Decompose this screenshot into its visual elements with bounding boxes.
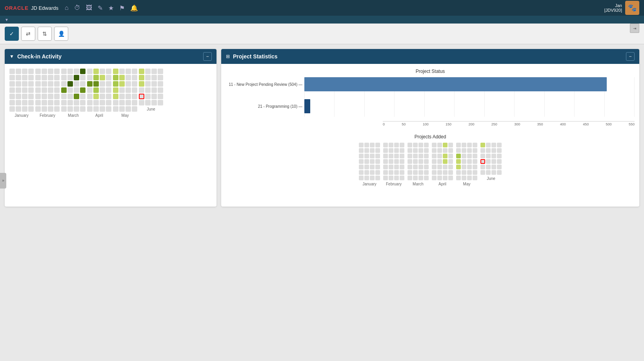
heatmap-cell bbox=[74, 75, 79, 80]
bar-row-1: 11 - New Project Pending Review (504) — bbox=[304, 77, 635, 91]
checkin-panel-title: Check-in Activity bbox=[17, 53, 200, 60]
proj-cell bbox=[491, 148, 496, 153]
may-month: May bbox=[113, 69, 137, 118]
proj-cell bbox=[418, 143, 423, 147]
heatmap-cell bbox=[74, 87, 79, 93]
transfer-button[interactable]: ⇄ bbox=[21, 27, 35, 41]
edit-icon[interactable]: ✎ bbox=[98, 4, 103, 12]
avatar[interactable]: 🐾 bbox=[625, 1, 639, 15]
proj-cell bbox=[418, 165, 423, 169]
proj-cell bbox=[486, 154, 491, 158]
collapse-button[interactable]: ⇥ bbox=[630, 24, 639, 33]
proj-jan: January bbox=[359, 143, 380, 186]
bell-icon[interactable]: 🔔 bbox=[130, 4, 138, 12]
proj-cell bbox=[480, 143, 485, 147]
heatmap-cell bbox=[100, 94, 105, 99]
image-icon[interactable]: 🖼 bbox=[86, 4, 92, 11]
mar-label: March bbox=[68, 113, 79, 118]
feb-month: February bbox=[35, 69, 60, 118]
heatmap-cell bbox=[132, 100, 137, 105]
stats-panel-body: Project Status bbox=[221, 64, 639, 207]
proj-cell bbox=[389, 165, 393, 169]
proj-cell bbox=[359, 176, 364, 180]
heatmap-cell bbox=[106, 81, 111, 87]
proj-cell bbox=[418, 148, 423, 153]
proj-cell bbox=[394, 148, 399, 153]
heatmap-cell bbox=[9, 106, 15, 112]
proj-cell bbox=[413, 170, 418, 175]
heatmap-cell bbox=[42, 100, 47, 105]
heatmap-cell bbox=[16, 106, 21, 112]
x-axis-ticks: 0 50 100 150 200 250 300 350 400 450 500… bbox=[383, 121, 635, 126]
proj-cell bbox=[497, 170, 502, 175]
project-status-title: Project Status bbox=[226, 69, 635, 74]
heatmap-cell bbox=[151, 100, 157, 105]
heatmap-cell bbox=[119, 87, 125, 93]
heatmap-cell bbox=[28, 87, 34, 93]
flag-icon[interactable]: ⚑ bbox=[119, 4, 125, 12]
heatmap-cell bbox=[132, 87, 137, 93]
side-expand-button[interactable]: » bbox=[0, 173, 6, 189]
x-tick: 0 bbox=[383, 122, 385, 126]
bar-track-2 bbox=[304, 99, 635, 113]
heatmap-cell bbox=[80, 81, 86, 87]
proj-feb: February bbox=[383, 143, 404, 186]
proj-cell bbox=[443, 176, 448, 180]
heatmap-cell bbox=[145, 69, 151, 74]
proj-cell bbox=[432, 154, 437, 158]
x-tick: 200 bbox=[468, 122, 474, 126]
proj-jun-label: June bbox=[487, 176, 495, 181]
heatmap-cell bbox=[132, 94, 137, 99]
proj-cell bbox=[437, 176, 442, 180]
jan-grid bbox=[9, 69, 34, 112]
proj-legend-cell-1 bbox=[425, 189, 429, 194]
heatmap-cell bbox=[139, 69, 144, 74]
proj-cell bbox=[437, 165, 442, 169]
check-button[interactable]: ✓ bbox=[5, 27, 19, 41]
checkin-panel-toggle[interactable]: − bbox=[203, 52, 212, 61]
proj-legend-cell-2 bbox=[431, 189, 436, 194]
proj-cell bbox=[364, 159, 369, 164]
proj-cell bbox=[408, 154, 412, 158]
heatmap-cell bbox=[54, 69, 60, 74]
heatmap-cell bbox=[113, 106, 118, 112]
stats-panel-header: ⊞ Project Statistics − bbox=[221, 49, 639, 64]
bar-chart-area: 11 - New Project Pending Review (504) — … bbox=[226, 77, 635, 121]
filter-button[interactable]: ⇅ bbox=[38, 27, 52, 41]
proj-cell bbox=[370, 159, 375, 164]
heatmap-cell bbox=[16, 87, 21, 93]
heatmap-cell bbox=[54, 87, 60, 93]
heatmap-cell bbox=[48, 100, 53, 105]
proj-cell bbox=[497, 148, 502, 153]
heatmap-cell bbox=[16, 75, 21, 80]
checkin-panel-body: January bbox=[5, 64, 216, 131]
heatmap-cell bbox=[87, 100, 93, 105]
proj-cell bbox=[443, 148, 448, 153]
sub-nav-arrow[interactable]: ▼ bbox=[5, 18, 9, 22]
heatmap-cell bbox=[48, 106, 53, 112]
heatmap-cell bbox=[35, 69, 41, 74]
heatmap-cell bbox=[80, 69, 86, 74]
proj-cell bbox=[383, 170, 388, 175]
heatmap-cell bbox=[9, 75, 15, 80]
heatmap-cell bbox=[28, 75, 34, 80]
heatmap-cell bbox=[158, 69, 163, 74]
star-icon[interactable]: ★ bbox=[108, 4, 114, 12]
x-axis-spacer bbox=[304, 121, 383, 126]
proj-cell bbox=[400, 170, 404, 175]
heatmap-cell bbox=[132, 69, 137, 74]
stats-panel-toggle[interactable]: − bbox=[626, 52, 635, 61]
heatmap-cell bbox=[74, 94, 79, 99]
heatmap-cell bbox=[145, 81, 151, 87]
home-icon[interactable]: ⌂ bbox=[65, 4, 69, 11]
heatmap-cell bbox=[67, 94, 73, 99]
heatmap-cell bbox=[139, 87, 144, 93]
proj-cell bbox=[473, 148, 477, 153]
user-button[interactable]: 👤 bbox=[54, 27, 68, 41]
heatmap-cell bbox=[80, 106, 86, 112]
heatmap-cell bbox=[158, 81, 163, 87]
proj-cell bbox=[467, 170, 472, 175]
clock-icon[interactable]: ⏱ bbox=[74, 4, 80, 11]
proj-feb-grid bbox=[383, 143, 404, 180]
jun-grid bbox=[139, 69, 163, 105]
